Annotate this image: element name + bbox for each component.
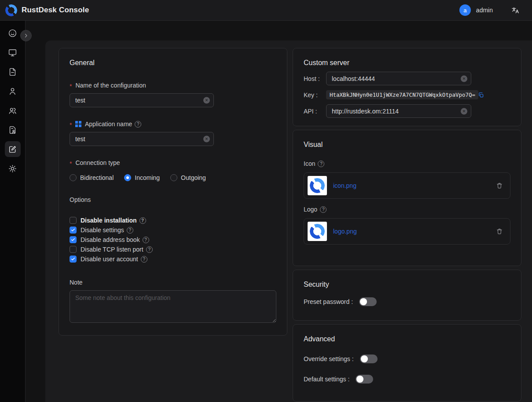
advanced-title: Advanced <box>304 335 510 343</box>
document-icon <box>8 67 17 77</box>
advanced-card: Advanced Override settings : Default set… <box>293 324 521 402</box>
icon-thumbnail <box>308 176 327 195</box>
sidebar-item-users[interactable] <box>5 83 21 99</box>
sidebar-item-dashboard[interactable] <box>5 25 21 41</box>
default-settings-row: Default settings : <box>304 375 510 384</box>
application-name-label: * Application name ? <box>70 121 276 128</box>
general-title: General <box>70 59 276 67</box>
user-name[interactable]: admin <box>476 7 493 14</box>
logo-thumbnail <box>308 222 327 241</box>
host-input[interactable] <box>326 72 471 85</box>
help-icon[interactable]: ? <box>127 227 133 234</box>
radio-icon-selected[interactable] <box>124 174 131 181</box>
radio-outgoing[interactable]: Outgoing <box>170 174 206 181</box>
checkbox-row-disable-tcp-listen-port: Disable TCP listen port? <box>70 245 276 254</box>
options-checkbox-list: Disable installation? Disable settings? … <box>70 216 276 264</box>
connection-type-label: * Connection type <box>70 159 276 166</box>
key-value-pill: HtaXBkJNHyn0e1U1jWXze7A7CN7QTGWqxkOtpaVp… <box>326 90 478 99</box>
key-label: Key : <box>304 91 326 99</box>
checkbox-checked[interactable] <box>70 227 77 234</box>
default-settings-label: Default settings : <box>304 376 349 383</box>
copy-icon[interactable] <box>478 92 484 98</box>
connection-type-group: Bidirectional Incoming Outgoing <box>70 174 276 181</box>
logo-file-row: logo.png <box>304 218 510 245</box>
help-icon[interactable]: ? <box>318 161 324 167</box>
user-icon <box>8 87 17 96</box>
radio-incoming[interactable]: Incoming <box>124 174 160 181</box>
logo-label: Logo ? <box>304 206 510 213</box>
gear-icon <box>8 164 17 173</box>
sidebar-item-groups[interactable] <box>5 102 21 118</box>
required-asterisk: * <box>70 161 72 167</box>
monitor-icon <box>8 48 17 57</box>
trash-icon[interactable] <box>496 182 503 189</box>
api-input[interactable] <box>326 104 471 118</box>
sidebar-item-devices[interactable] <box>5 44 21 60</box>
sidebar-item-address-books[interactable] <box>5 122 21 138</box>
radio-icon[interactable] <box>70 174 77 181</box>
config-name-label: * Name of the configuration <box>70 82 276 89</box>
override-settings-row: Override settings : <box>304 354 510 363</box>
note-label: Note <box>70 279 276 286</box>
note-textarea[interactable] <box>70 290 276 323</box>
sidebar-item-custom-clients[interactable] <box>5 141 21 157</box>
chevron-right-icon <box>23 33 29 38</box>
checkbox-row-disable-user-account: Disable user account? <box>70 254 276 264</box>
key-value: HtaXBkJNHyn0e1U1jWXze7A7CN7QTGWqxkOtpaVp… <box>330 91 475 98</box>
logo-file-link[interactable]: logo.png <box>333 228 490 235</box>
help-icon[interactable]: ? <box>320 206 327 213</box>
users-icon <box>8 106 17 115</box>
application-name-input[interactable] <box>70 132 214 146</box>
windows-icon <box>75 121 81 127</box>
rustdesk-logo-icon <box>310 224 325 239</box>
radio-icon[interactable] <box>170 174 177 181</box>
override-settings-toggle[interactable] <box>360 354 378 363</box>
checkbox-row-disable-address-book: Disable address book? <box>70 235 276 245</box>
sidebar-item-settings[interactable] <box>5 161 21 176</box>
config-name-input[interactable] <box>70 93 214 107</box>
icon-file-link[interactable]: icon.png <box>333 182 490 189</box>
help-icon[interactable]: ? <box>139 217 146 224</box>
sidebar-item-documents[interactable] <box>5 64 21 80</box>
host-label: Host : <box>304 75 326 82</box>
icon-file-row: icon.png <box>304 172 510 199</box>
custom-server-title: Custom server <box>304 59 510 67</box>
checkbox-row-disable-installation: Disable installation? <box>70 216 276 225</box>
preset-password-label: Preset password : <box>304 298 353 305</box>
visual-card: Visual Icon ? icon.png Log <box>293 130 521 266</box>
icon-label: Icon ? <box>304 160 510 167</box>
clear-icon[interactable]: ✕ <box>203 97 210 104</box>
checkbox-checked[interactable] <box>70 256 77 263</box>
preset-password-toggle[interactable] <box>359 297 377 306</box>
general-card: General * Name of the configuration ✕ * … <box>59 48 287 336</box>
rustdesk-logo-icon <box>5 4 17 16</box>
help-icon[interactable]: ? <box>143 237 149 243</box>
clear-icon[interactable]: ✕ <box>203 136 210 143</box>
avatar-initial: a <box>463 7 466 14</box>
trash-icon[interactable] <box>496 228 503 235</box>
checkbox-row-disable-settings: Disable settings? <box>70 225 276 235</box>
document-user-icon <box>8 125 17 135</box>
visual-title: Visual <box>304 141 510 149</box>
default-settings-toggle[interactable] <box>356 375 373 384</box>
smiley-icon <box>8 29 17 38</box>
help-icon[interactable]: ? <box>135 121 141 128</box>
help-icon[interactable]: ? <box>141 256 147 263</box>
options-label: Options <box>70 196 276 203</box>
help-icon[interactable]: ? <box>146 246 153 253</box>
edit-square-icon <box>8 145 17 154</box>
sidebar-expand-button[interactable] <box>20 30 32 41</box>
checkbox-unchecked[interactable] <box>70 217 77 224</box>
custom-server-card: Custom server Host : ✕ Key : HtaXBkJNHyn… <box>293 48 521 126</box>
radio-bidirectional[interactable]: Bidirectional <box>70 174 114 181</box>
api-label: API : <box>304 108 326 115</box>
security-title: Security <box>304 281 510 289</box>
checkbox-checked[interactable] <box>70 236 77 243</box>
required-asterisk: * <box>70 122 72 128</box>
translate-icon[interactable] <box>511 6 520 15</box>
clear-icon[interactable]: ✕ <box>461 108 467 114</box>
clear-icon[interactable]: ✕ <box>461 75 467 82</box>
user-avatar[interactable]: a <box>459 4 471 16</box>
checkbox-unchecked[interactable] <box>70 246 77 253</box>
preset-password-row: Preset password : <box>304 297 510 306</box>
